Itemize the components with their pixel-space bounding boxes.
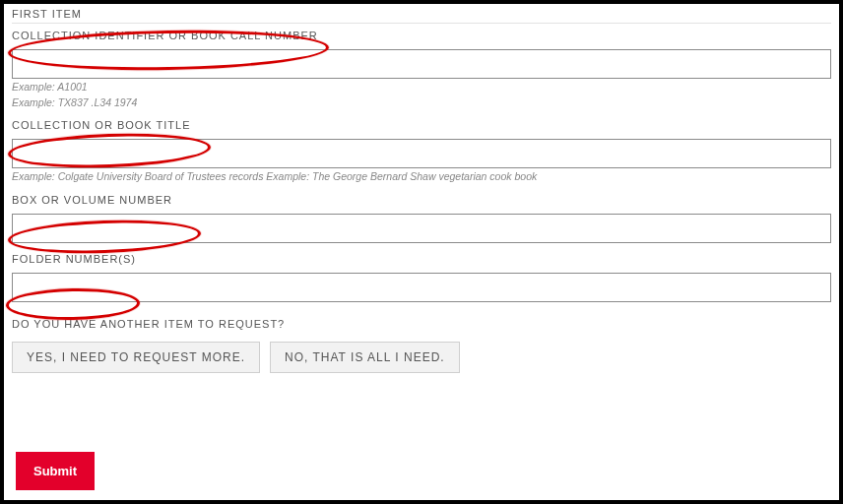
input-collection-title[interactable] — [12, 139, 831, 168]
another-item-question: DO YOU HAVE ANOTHER ITEM TO REQUEST? — [12, 314, 831, 332]
field-box-volume: BOX OR VOLUME NUMBER — [12, 194, 831, 243]
no-that-is-all-button[interactable]: NO, THAT IS ALL I NEED. — [270, 342, 460, 373]
field-folder-number: FOLDER NUMBER(S) — [12, 253, 831, 302]
help-collection-id-1: Example: A1001 — [12, 81, 831, 94]
help-collection-title: Example: Colgate University Board of Tru… — [12, 170, 831, 184]
field-collection-identifier: COLLECTION IDENTIFIER OR BOOK CALL NUMBE… — [12, 30, 831, 109]
label-collection-identifier: COLLECTION IDENTIFIER OR BOOK CALL NUMBE… — [12, 30, 831, 41]
yes-request-more-button[interactable]: YES, I NEED TO REQUEST MORE. — [12, 342, 260, 373]
label-another-item: DO YOU HAVE ANOTHER ITEM TO REQUEST? — [12, 318, 285, 330]
first-item-heading: FIRST ITEM — [12, 8, 831, 23]
submit-button[interactable]: Submit — [16, 452, 95, 490]
form-page: FIRST ITEM COLLECTION IDENTIFIER OR BOOK… — [0, 0, 843, 504]
input-box-volume[interactable] — [12, 214, 831, 243]
label-collection-title: COLLECTION OR BOOK TITLE — [12, 119, 831, 131]
input-collection-identifier[interactable] — [12, 49, 831, 79]
help-collection-id-2: Example: TX837 .L34 1974 — [12, 96, 831, 110]
choice-buttons: YES, I NEED TO REQUEST MORE. NO, THAT IS… — [12, 342, 831, 373]
label-folder-number: FOLDER NUMBER(S) — [12, 253, 831, 265]
field-collection-title: COLLECTION OR BOOK TITLE Example: Colgat… — [12, 119, 831, 184]
input-folder-number[interactable] — [12, 273, 831, 302]
divider — [12, 23, 831, 24]
label-box-volume: BOX OR VOLUME NUMBER — [12, 194, 831, 206]
